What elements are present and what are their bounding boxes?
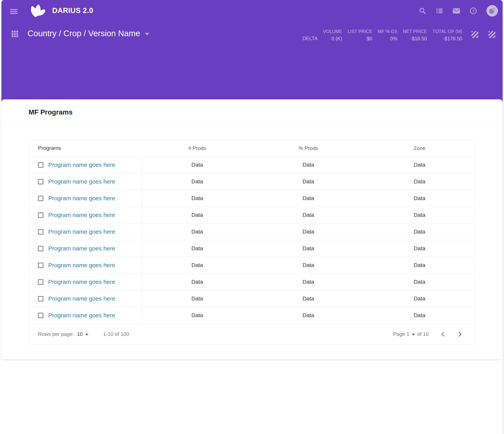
- table-row: Program name goes here Data Data Data: [29, 173, 475, 190]
- zone-cell: Data: [364, 290, 475, 307]
- pct-prods-cell: Data: [253, 190, 364, 207]
- table-row: Program name goes here Data Data Data: [29, 307, 475, 324]
- program-cell: Program name goes here: [29, 207, 142, 223]
- pct-prods-cell: Data: [253, 307, 364, 324]
- pct-prods-cell: Data: [253, 223, 364, 240]
- row-checkbox[interactable]: [38, 179, 43, 184]
- row-checkbox[interactable]: [38, 313, 43, 318]
- apps-grid-icon[interactable]: [12, 31, 18, 38]
- program-link[interactable]: Program name goes here: [48, 195, 115, 202]
- stat-list-price: LIST PRICE $0: [348, 29, 372, 42]
- table-row: Program name goes here Data Data Data: [29, 190, 475, 207]
- column-header-programs: Programs: [29, 145, 142, 151]
- page-title: MF Programs: [28, 108, 73, 116]
- zone-cell: Data: [364, 240, 475, 257]
- program-cell: Program name goes here: [29, 274, 142, 290]
- num-prods-cell: Data: [142, 257, 253, 274]
- program-cell: Program name goes here: [29, 223, 142, 240]
- table-header-row: Programs # Prods % Prods Zone: [29, 140, 475, 156]
- row-checkbox[interactable]: [38, 229, 43, 235]
- row-checkbox[interactable]: [38, 296, 43, 301]
- page-previous-button[interactable]: [440, 331, 446, 338]
- program-cell: Program name goes here: [29, 307, 142, 324]
- mf-programs-card: MF Programs Programs # Prods % Prods Zon…: [1, 99, 503, 359]
- program-link[interactable]: Program name goes here: [48, 295, 115, 302]
- page: DARIUS 2.0: [0, 0, 504, 434]
- program-link[interactable]: Program name goes here: [48, 245, 115, 252]
- delta-label: DELTA: [302, 35, 318, 42]
- card-title-row: MF Programs: [1, 99, 503, 125]
- scrollbar-track[interactable]: [503, 0, 504, 434]
- program-link[interactable]: Program name goes here: [48, 161, 115, 168]
- stat-net-price: NET PRICE -$18.50: [403, 29, 427, 42]
- header-panel: DARIUS 2.0: [1, 0, 503, 110]
- column-header-zone: Zone: [364, 145, 475, 151]
- zone-cell: Data: [364, 307, 475, 324]
- page-of-text: of 10: [417, 331, 429, 337]
- page-next-button[interactable]: [457, 331, 463, 338]
- user-avatar[interactable]: [486, 5, 498, 17]
- row-checkbox[interactable]: [38, 263, 43, 268]
- menu-icon[interactable]: [10, 9, 18, 14]
- program-cell: Program name goes here: [29, 190, 142, 207]
- table-row: Program name goes here Data Data Data: [29, 207, 475, 223]
- hatch-pattern-icon-2[interactable]: [488, 31, 495, 38]
- program-cell: Program name goes here: [29, 290, 142, 307]
- version-selector[interactable]: Country / Crop / Version Name: [27, 29, 149, 38]
- help-icon[interactable]: ?: [469, 7, 477, 15]
- stat-volume: VOLUME 0 (K): [323, 29, 342, 42]
- chevron-down-icon: [145, 33, 149, 35]
- zone-cell: Data: [364, 190, 475, 207]
- app-title: DARIUS 2.0: [52, 7, 93, 15]
- num-prods-cell: Data: [142, 274, 253, 290]
- table-row: Program name goes here Data Data Data: [29, 257, 475, 274]
- program-link[interactable]: Program name goes here: [48, 262, 115, 268]
- row-checkbox[interactable]: [38, 246, 43, 251]
- range-text: 1-10 of 100: [103, 331, 129, 337]
- num-prods-cell: Data: [142, 207, 253, 223]
- rows-per-page-label: Rows per page:: [38, 331, 74, 337]
- num-prods-cell: Data: [142, 223, 253, 240]
- row-checkbox[interactable]: [38, 279, 43, 285]
- appbar-actions: ?: [419, 0, 498, 22]
- program-link[interactable]: Program name goes here: [48, 212, 115, 218]
- stat-mf-gs: MF % GS 0%: [378, 29, 397, 42]
- column-header-pct-prods: % Prods: [253, 145, 364, 151]
- stats-strip: DELTA VOLUME 0 (K) LIST PRICE $0 MF % GS…: [302, 29, 462, 42]
- num-prods-cell: Data: [142, 240, 253, 257]
- app-bar: DARIUS 2.0: [1, 0, 503, 22]
- row-checkbox[interactable]: [38, 162, 43, 168]
- zone-cell: Data: [364, 274, 475, 290]
- list-icon[interactable]: [436, 7, 443, 15]
- mail-icon[interactable]: [453, 7, 460, 15]
- zone-cell: Data: [364, 157, 475, 173]
- program-link[interactable]: Program name goes here: [48, 178, 115, 185]
- table-row: Program name goes here Data Data Data: [29, 290, 475, 307]
- num-prods-cell: Data: [142, 307, 253, 324]
- chevron-down-icon: [412, 334, 415, 336]
- chevron-down-icon: [85, 334, 89, 336]
- program-link[interactable]: Program name goes here: [48, 228, 115, 235]
- pct-prods-cell: Data: [253, 157, 364, 173]
- rows-per-page-select[interactable]: 10: [77, 331, 89, 337]
- table-row: Program name goes here Data Data Data: [29, 223, 475, 240]
- hatch-pattern-icon-1[interactable]: [471, 31, 478, 38]
- page-select[interactable]: Page 1 of 10: [393, 331, 429, 337]
- search-icon[interactable]: [419, 7, 426, 15]
- programs-table: Programs # Prods % Prods Zone Program na…: [29, 140, 475, 345]
- program-link[interactable]: Program name goes here: [48, 312, 115, 319]
- table-row: Program name goes here Data Data Data: [29, 274, 475, 290]
- row-checkbox[interactable]: [38, 213, 43, 218]
- pct-prods-cell: Data: [253, 257, 364, 274]
- zone-cell: Data: [364, 223, 475, 240]
- zone-cell: Data: [364, 257, 475, 274]
- num-prods-cell: Data: [142, 190, 253, 207]
- table-body: Program name goes here Data Data Data Pr…: [29, 156, 475, 324]
- program-link[interactable]: Program name goes here: [48, 279, 115, 285]
- stat-total-gp: TOTAL GP (M) -$178.50: [432, 29, 462, 42]
- row-checkbox[interactable]: [38, 196, 43, 201]
- zone-cell: Data: [364, 173, 475, 190]
- table-footer: Rows per page: 10 1-10 of 100 Page 1 of …: [29, 324, 475, 345]
- zone-cell: Data: [364, 207, 475, 223]
- program-cell: Program name goes here: [29, 157, 142, 173]
